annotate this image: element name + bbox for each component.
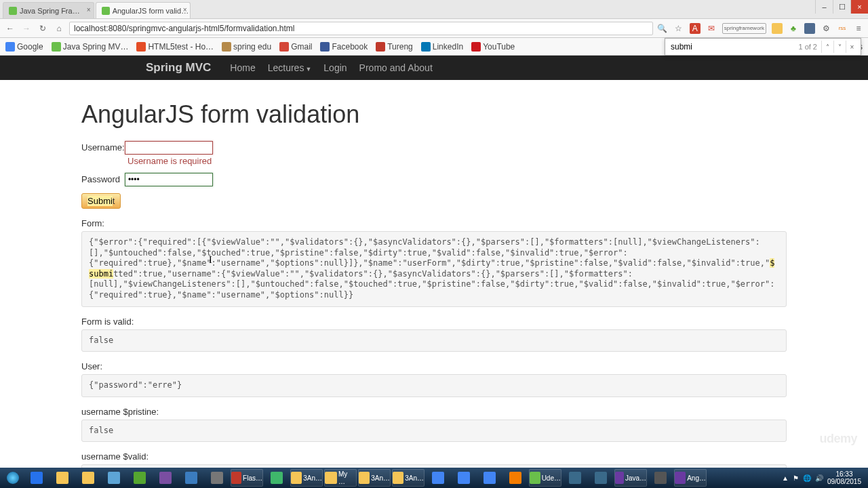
username-pristine-value: false	[81, 420, 787, 443]
adblock-icon[interactable]: A	[690, 23, 701, 34]
find-count: 1 of 2	[794, 43, 821, 51]
text-cursor: I	[209, 255, 210, 266]
page-title: AngularJS form validation	[81, 100, 787, 129]
username-error: Username is required	[127, 156, 787, 166]
find-prev-button[interactable]: ˄	[821, 41, 833, 53]
page-viewport: Spring MVC Home Lectures▼ Login Promo an…	[0, 56, 868, 468]
user-label: User:	[81, 361, 787, 371]
form-valid-label: Form is valid:	[81, 317, 787, 327]
username-label: Username:	[81, 142, 122, 152]
bookmark-item[interactable]: HTML5test - Ho…	[136, 42, 214, 52]
bookmark-icon	[471, 42, 481, 52]
address-bar: ← → ↻ ⌂ 🔍 ☆ A ✉ springframework ♣ ⚙ rss …	[0, 19, 868, 38]
password-row: Password	[81, 173, 787, 186]
bookmark-icon	[5, 42, 15, 52]
bookmark-item[interactable]: Facebook	[320, 42, 368, 52]
bookmark-icon	[279, 42, 289, 52]
bookmark-icon	[376, 42, 385, 52]
username-pristine-label: username $pristine:	[81, 407, 787, 417]
leaf-icon[interactable]: ♣	[788, 23, 799, 34]
form-valid-value: false	[81, 329, 787, 352]
username-row: Username: Username is required	[81, 141, 787, 166]
back-icon[interactable]: ←	[4, 22, 16, 35]
ext-icon[interactable]	[804, 23, 815, 34]
tab-favicon	[102, 7, 110, 15]
bookmark-icon	[136, 42, 146, 52]
bookmark-item[interactable]: Java Spring MV…	[52, 42, 129, 52]
main-container: AngularJS form validation Username: User…	[81, 80, 787, 468]
tab-title: AngularJS form valid…	[113, 7, 189, 15]
bookmark-item[interactable]: Google	[5, 42, 43, 52]
bookmark-item[interactable]: spring edu	[222, 42, 271, 52]
find-input[interactable]	[668, 42, 794, 52]
nav-home[interactable]: Home	[230, 62, 255, 73]
browser-tab-0[interactable]: Java Spring Fra… ×	[3, 2, 94, 18]
bookmark-item[interactable]: YouTube	[471, 42, 515, 52]
browser-tab-1[interactable]: AngularJS form valid… ×	[96, 2, 191, 18]
tab-bar: Java Spring Fra… × AngularJS form valid……	[0, 0, 868, 19]
reload-icon[interactable]: ↻	[37, 22, 49, 35]
gmail-ext-icon[interactable]: ✉	[706, 23, 717, 34]
folder-icon	[222, 42, 231, 52]
star-icon[interactable]: ☆	[673, 23, 684, 34]
username-valid-label: username $valid:	[81, 451, 787, 462]
menu-icon[interactable]: ≡	[853, 23, 864, 34]
user-value: {"password":"erre"}	[81, 374, 787, 397]
nav-lectures[interactable]: Lectures▼	[268, 62, 312, 73]
bookmark-icon	[52, 42, 61, 52]
form-dump-label: Form:	[81, 218, 787, 228]
chevron-down-icon: ▼	[305, 66, 311, 73]
url-input[interactable]	[69, 22, 653, 35]
extension-icons: 🔍 ☆ A ✉ springframework ♣ ⚙ rss ≡	[657, 23, 864, 34]
bookmark-icon	[421, 42, 431, 52]
find-next-button[interactable]: ˅	[833, 41, 846, 53]
gear-icon[interactable]: ⚙	[821, 23, 831, 34]
password-input[interactable]	[125, 173, 213, 186]
find-close-button[interactable]: ×	[846, 41, 858, 53]
nav-promo[interactable]: Promo and About	[359, 62, 433, 73]
home-icon[interactable]: ⌂	[53, 22, 65, 35]
close-icon[interactable]: ×	[183, 6, 187, 14]
brand[interactable]: Spring MVC	[146, 61, 211, 75]
window-controls: – ☐ ×	[815, 0, 868, 14]
bookmark-item[interactable]: Gmail	[279, 42, 312, 52]
maximize-button[interactable]: ☐	[833, 0, 850, 14]
ext-badge[interactable]: springframework	[722, 23, 766, 34]
forward-icon[interactable]: →	[20, 22, 33, 35]
bookmark-item[interactable]: LinkedIn	[421, 42, 463, 52]
ext-icon[interactable]	[772, 23, 783, 34]
tab-favicon	[9, 7, 17, 15]
close-button[interactable]: ×	[850, 0, 868, 14]
submit-button[interactable]: Submit	[81, 193, 121, 209]
submit-row: Submit	[81, 193, 787, 209]
find-in-page-bar: 1 of 2 ˄ ˅ ×	[665, 38, 861, 56]
username-input[interactable]	[125, 141, 213, 155]
tab-title: Java Spring Fra…	[20, 7, 80, 15]
form-dump: {"$error":{"required":[{"$viewValue":"",…	[81, 231, 787, 307]
bookmark-icon	[320, 42, 330, 52]
rss-icon[interactable]: rss	[837, 23, 848, 34]
search-icon[interactable]: 🔍	[657, 23, 668, 34]
close-icon[interactable]: ×	[87, 6, 91, 14]
watermark: udemy	[819, 432, 857, 446]
minimize-button[interactable]: –	[815, 0, 833, 14]
site-navbar: Spring MVC Home Lectures▼ Login Promo an…	[0, 56, 868, 80]
bookmark-item[interactable]: Tureng	[376, 42, 413, 52]
password-label: Password	[81, 174, 122, 184]
nav-login[interactable]: Login	[323, 62, 347, 73]
